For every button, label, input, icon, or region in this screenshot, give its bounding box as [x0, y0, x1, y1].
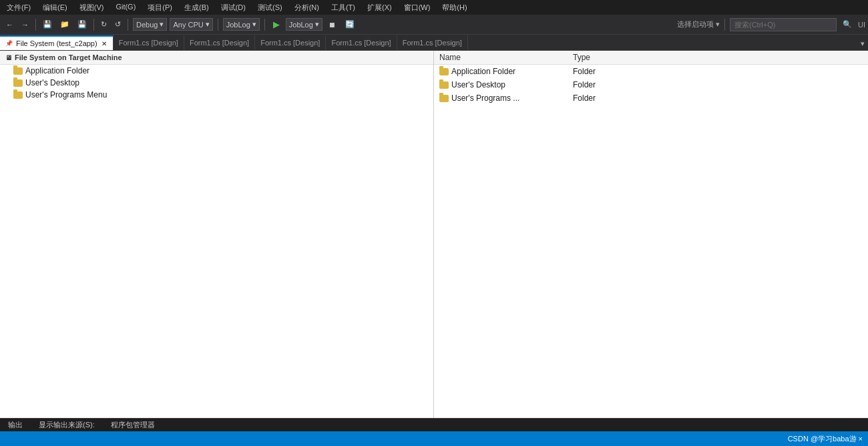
menu-edit[interactable]: 编辑(E) [40, 1, 70, 14]
chevron-down-icon: ▾ [160, 20, 164, 29]
menu-tools[interactable]: 工具(T) [329, 1, 358, 14]
tab-form1-design-4[interactable]: Form1.cs [Design] [326, 35, 397, 50]
redo-button[interactable]: ↺ [112, 18, 124, 31]
forward-button[interactable]: → [18, 19, 32, 31]
folder-icon [439, 81, 449, 89]
platform-label: Any CPU [173, 21, 203, 29]
platform-dropdown[interactable]: Any CPU ▾ [170, 18, 212, 31]
launch-label: 选择启动项 ▾ [677, 19, 720, 29]
separator-3 [128, 19, 128, 31]
tree-header-label: File System on Target Machine [15, 53, 122, 61]
folder-icon [13, 79, 23, 87]
menu-test[interactable]: 测试(S) [255, 1, 285, 14]
folder-icon [439, 95, 449, 102]
toolbar-nav-group: ← → 💾 📁 💾 ↻ ↺ [3, 18, 130, 31]
separator-2 [93, 19, 94, 31]
left-panel: 🖥 File System on Target Machine Applicat… [0, 51, 434, 418]
menu-help[interactable]: 帮助(H) [439, 1, 469, 14]
menu-build[interactable]: 生成(B) [182, 1, 212, 14]
file-list-row[interactable]: User's Desktop Folder [434, 78, 868, 91]
file-name: Application Folder [439, 67, 573, 76]
undo-button[interactable]: ↻ [97, 18, 110, 31]
file-type: Folder [573, 93, 863, 103]
debug-config-dropdown[interactable]: Debug ▾ [133, 18, 167, 31]
folder-icon [13, 67, 23, 75]
tree-collapse-icon: 🖥 [5, 54, 12, 61]
output-bar: 输出 显示输出来源(S): 程序包管理器 [0, 418, 868, 431]
file-type: Folder [573, 67, 863, 76]
separator-6 [724, 19, 725, 31]
tab-form1-design-1[interactable]: Form1.cs [Design] [114, 35, 184, 50]
tab-pin-icon: 📌 [5, 40, 13, 47]
tab-label: Form1.cs [Design] [119, 39, 178, 47]
save-all-button[interactable]: 💾 [39, 18, 55, 31]
restart-button[interactable]: 🔄 [342, 18, 358, 31]
tab-label: Form1.cs [Design] [403, 39, 462, 47]
chevron-down-icon: ▾ [206, 20, 210, 29]
search-button[interactable]: 🔍 [839, 18, 855, 31]
back-button[interactable]: ← [3, 19, 17, 31]
main-area: 🖥 File System on Target Machine Applicat… [0, 51, 868, 418]
debug-config-label: Debug [136, 21, 158, 29]
pause-button[interactable]: ⏹ [325, 19, 339, 31]
tab-form1-design-3[interactable]: Form1.cs [Design] [255, 35, 326, 50]
toolbar-right: 选择启动项 ▾ 🔍 UI [677, 18, 865, 31]
tab-form1-design-2[interactable]: Form1.cs [Design] [184, 35, 255, 50]
tab-label: Form1.cs [Design] [331, 39, 391, 47]
col-type-header: Type [573, 53, 863, 62]
tab-label: Form1.cs [Design] [260, 39, 320, 47]
tab-label: File System (test_c2app) [16, 39, 97, 47]
tab-filesystem[interactable]: 📌 File System (test_c2app) ✕ [0, 35, 114, 50]
output-show-source[interactable]: 显示输出来源(S): [36, 419, 97, 431]
tree-item-users-programs-menu[interactable]: User's Programs Menu [0, 89, 433, 101]
folder-icon [439, 68, 449, 75]
folder-icon [13, 91, 23, 99]
menu-extensions[interactable]: 扩展(X) [365, 1, 395, 14]
open-button[interactable]: 📁 [57, 18, 73, 31]
tree-item-application-folder[interactable]: Application Folder [0, 65, 433, 77]
chevron-down-icon: ▾ [315, 20, 319, 29]
menu-window[interactable]: 窗口(W) [401, 1, 433, 14]
tree-item-label: User's Programs Menu [25, 90, 107, 99]
menu-view[interactable]: 视图(V) [77, 1, 107, 14]
project-dropdown[interactable]: JobLog ▾ [223, 18, 260, 31]
separator-5 [264, 19, 265, 31]
tab-form1-design-5[interactable]: Form1.cs [Design] [397, 35, 468, 50]
toolbar: ← → 💾 📁 💾 ↻ ↺ Debug ▾ Any CPU ▾ JobLog ▾… [0, 15, 868, 35]
save-button[interactable]: 💾 [74, 18, 90, 31]
file-type: Folder [573, 80, 863, 89]
menu-analyze[interactable]: 分析(N) [292, 1, 322, 14]
tree-item-users-desktop[interactable]: User's Desktop [0, 77, 433, 89]
title-bar: 文件(F) 编辑(E) 视图(V) Git(G) 项目(P) 生成(B) 调试(… [0, 0, 868, 15]
output-package-manager[interactable]: 程序包管理器 [108, 419, 158, 431]
menu-debug[interactable]: 调试(D) [218, 1, 248, 14]
tabs-bar: 📌 File System (test_c2app) ✕ Form1.cs [D… [0, 35, 868, 51]
tab-label: Form1.cs [Design] [190, 39, 249, 47]
tree-item-label: Application Folder [25, 66, 89, 75]
menu-file[interactable]: 文件(F) [4, 1, 33, 14]
output-tab[interactable]: 输出 [5, 419, 25, 431]
file-list-header: Name Type [434, 51, 868, 65]
separator-4 [218, 19, 218, 31]
tab-close-icon[interactable]: ✕ [101, 40, 107, 47]
right-panel: Name Type Application Folder Folder User… [434, 51, 868, 418]
watermark-text: CSDN @学习baba游 × [788, 434, 863, 444]
status-bar: CSDN @学习baba游 × [0, 431, 868, 446]
tab-overflow-button[interactable]: ▾ [857, 37, 868, 50]
menu-git[interactable]: Git(G) [113, 1, 138, 14]
menu-project[interactable]: 项目(P) [145, 1, 175, 14]
run-config-dropdown[interactable]: JobLog ▾ [286, 18, 322, 31]
ui-label: UI [858, 21, 865, 29]
tree-header: 🖥 File System on Target Machine [0, 51, 433, 65]
menu-bar[interactable]: 文件(F) 编辑(E) 视图(V) Git(G) 项目(P) 生成(B) 调试(… [4, 1, 470, 14]
chevron-down-icon: ▾ [252, 20, 256, 29]
run-label: JobLog [289, 21, 313, 29]
col-name-header: Name [439, 53, 573, 62]
file-name: User's Programs ... [439, 93, 573, 103]
project-label: JobLog [226, 21, 250, 29]
run-button[interactable]: ▶ [270, 17, 283, 31]
file-name: User's Desktop [439, 80, 573, 89]
file-list-row[interactable]: User's Programs ... Folder [434, 91, 868, 105]
search-input[interactable] [730, 18, 837, 31]
file-list-row[interactable]: Application Folder Folder [434, 65, 868, 78]
